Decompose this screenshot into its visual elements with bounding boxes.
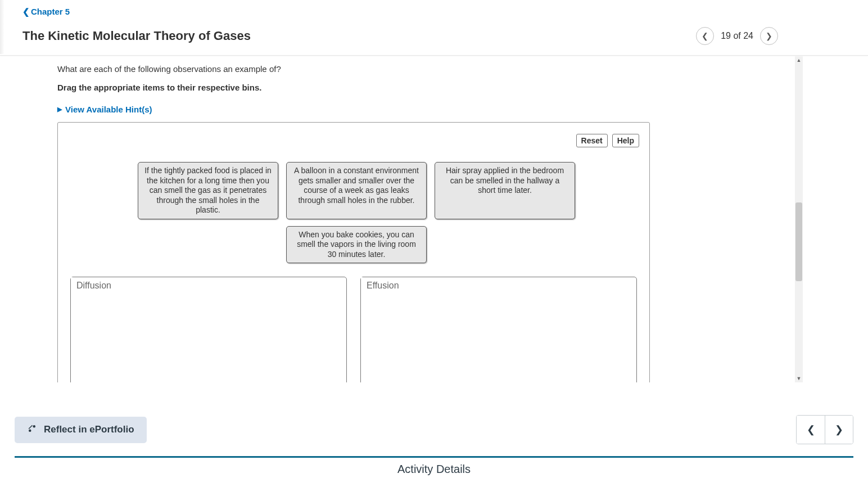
reflect-button[interactable]: Reflect in ePortfolio [15, 417, 147, 443]
bin-effusion[interactable]: Effusion [360, 277, 637, 382]
bin-label: Effusion [361, 277, 405, 292]
bin-label: Diffusion [71, 277, 117, 292]
share-icon [27, 423, 37, 436]
activity-box: Reset Help If the tightly packed food is… [57, 122, 650, 382]
scroll-down-icon[interactable]: ▼ [795, 375, 803, 382]
content-scroll[interactable]: What are each of the following observati… [34, 54, 803, 382]
bin-diffusion[interactable]: Diffusion [70, 277, 347, 382]
activity-toolbar: Reset Help [65, 134, 643, 147]
drag-card[interactable]: If the tightly packed food is placed in … [138, 162, 278, 219]
svg-point-0 [29, 429, 31, 432]
module-next-button[interactable]: ❯ [825, 416, 853, 444]
activity-details-heading: Activity Details [0, 463, 868, 476]
svg-rect-2 [29, 425, 33, 429]
drag-card[interactable]: Hair spray applied in the bedroom can be… [435, 162, 575, 219]
module-nav: ❮ ❯ [796, 415, 853, 444]
prev-item-button[interactable]: ❮ [696, 27, 714, 45]
question-instruction: Drag the appropriate items to their resp… [57, 83, 780, 92]
drag-card[interactable]: When you bake cookies, you can smell the… [286, 226, 427, 264]
help-button[interactable]: Help [612, 134, 639, 147]
chevron-left-icon: ❮ [22, 7, 30, 16]
caret-right-icon: ▶ [57, 106, 62, 113]
bins-row: Diffusion Effusion [65, 277, 643, 382]
drag-row: When you bake cookies, you can smell the… [132, 226, 581, 264]
visual-shadow [0, 0, 4, 54]
next-item-button[interactable]: ❯ [760, 27, 778, 45]
pager: ❮ 19 of 24 ❯ [696, 27, 857, 45]
hints-label: View Available Hint(s) [65, 105, 152, 114]
pager-position: 19 of 24 [721, 31, 753, 41]
page-title: The Kinetic Molecular Theory of Gases [22, 29, 251, 43]
reflect-label: Reflect in ePortfolio [44, 424, 134, 435]
header-region: ❮Chapter 5 The Kinetic Molecular Theory … [0, 0, 868, 56]
scroll-up-icon[interactable]: ▲ [795, 56, 803, 64]
title-row: The Kinetic Molecular Theory of Gases ❮ … [22, 17, 857, 55]
scrollbar[interactable]: ▲ ▼ [795, 56, 803, 382]
reset-button[interactable]: Reset [576, 134, 608, 147]
breadcrumb[interactable]: ❮Chapter 5 [22, 0, 857, 17]
svg-point-1 [33, 425, 36, 428]
draggable-items: If the tightly packed food is placed in … [132, 162, 581, 263]
module-prev-button[interactable]: ❮ [797, 416, 825, 444]
question-prompt: What are each of the following observati… [57, 64, 780, 74]
drag-row: If the tightly packed food is placed in … [132, 162, 581, 219]
footer-bar: Reflect in ePortfolio ❮ ❯ [15, 415, 853, 444]
divider [15, 456, 853, 458]
drag-card[interactable]: A balloon in a constant environment gets… [286, 162, 427, 219]
scrollbar-thumb[interactable] [795, 202, 802, 281]
view-hints-toggle[interactable]: ▶ View Available Hint(s) [57, 105, 152, 114]
breadcrumb-label: Chapter 5 [31, 7, 70, 16]
